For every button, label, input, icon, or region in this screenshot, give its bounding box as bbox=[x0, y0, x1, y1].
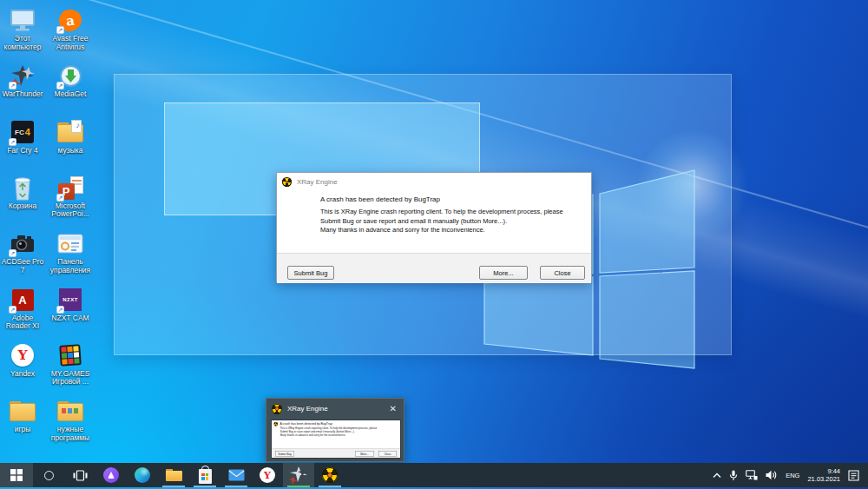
taskbar-edge-button[interactable] bbox=[127, 463, 158, 487]
farcry4-icon: FC4↗ bbox=[9, 119, 36, 146]
more-button[interactable]: More... bbox=[479, 266, 528, 280]
shortcut-arrow-icon: ↗ bbox=[9, 306, 16, 314]
desktop-icon-label: MY.GAMES Игровой ... bbox=[48, 370, 93, 387]
thumbnail-title: XRay Engine bbox=[287, 405, 388, 413]
running-indicator bbox=[194, 486, 216, 488]
warthunder-icon: ↗ bbox=[9, 63, 36, 89]
desktop-icon-programs-folder[interactable]: нужные программы bbox=[48, 398, 93, 442]
desktop-icon-mygames[interactable]: MY.GAMES Игровой ... bbox=[48, 342, 93, 387]
thumbnail-close-button[interactable]: ✕ bbox=[388, 404, 398, 413]
start-button[interactable] bbox=[0, 463, 33, 487]
desktop[interactable]: Этот компьютерa↗Avast Free Antivirus↗War… bbox=[0, 0, 868, 489]
crash-dialog-titlebar[interactable]: XRay Engine bbox=[277, 173, 591, 191]
alice-icon bbox=[103, 467, 119, 483]
crash-body-line: Submit Bug or save report and email it m… bbox=[320, 217, 586, 227]
mini-close-button: Close bbox=[378, 451, 397, 457]
desktop-icon-label: NZXT CAM bbox=[51, 314, 89, 323]
crash-dialog-body: A crash has been detected by BugTrap Thi… bbox=[277, 191, 591, 253]
thumbnail-dialog-miniature: A crash has been detected by BugTrap Thi… bbox=[272, 420, 401, 459]
games-folder-icon bbox=[9, 398, 36, 425]
recycle-bin-icon bbox=[9, 175, 36, 202]
action-center-icon[interactable] bbox=[848, 470, 859, 481]
desktop-icon-label: MediaGet bbox=[55, 90, 87, 99]
running-indicator bbox=[162, 486, 185, 488]
desktop-icon-label: Панель управления bbox=[48, 258, 93, 274]
desktop-icon-label: нужные программы bbox=[48, 426, 93, 442]
crash-body-line: Many thanks in advance and sorry for the… bbox=[320, 226, 586, 235]
shortcut-arrow-icon: ↗ bbox=[56, 26, 64, 34]
desktop-icon-warthunder[interactable]: ↗WarThunder bbox=[0, 63, 45, 99]
radioactive-icon bbox=[322, 467, 338, 483]
desktop-icon-label: Корзина bbox=[9, 202, 36, 211]
microphone-icon[interactable] bbox=[729, 470, 738, 481]
crash-body-line: This is XRay Engine crash reporting clie… bbox=[320, 208, 586, 217]
warthunder-icon bbox=[289, 466, 308, 485]
taskbar-alice-button[interactable] bbox=[95, 463, 127, 487]
thumbnail-image[interactable]: A crash has been detected by BugTrap Thi… bbox=[271, 420, 401, 459]
desktop-icon-nzxt-cam[interactable]: NZXT↗NZXT CAM bbox=[48, 287, 93, 323]
desktop-icon-yandex[interactable]: YYandex bbox=[0, 342, 45, 379]
desktop-icon-label: Avast Free Antivirus bbox=[48, 35, 93, 51]
tray-chevron-icon[interactable] bbox=[713, 472, 721, 479]
close-button[interactable]: Close bbox=[540, 266, 585, 280]
desktop-icon-recycle-bin[interactable]: Корзина bbox=[0, 175, 45, 211]
desktop-icon-label: Microsoft PowerPoi... bbox=[48, 202, 93, 219]
clock[interactable]: 9:44 21.03.2021 bbox=[807, 467, 840, 483]
control-panel-icon bbox=[56, 230, 84, 257]
desktop-icon-control-panel[interactable]: Панель управления bbox=[48, 230, 93, 274]
desktop-icon-adobe-reader[interactable]: A↗Adobe Reader XI bbox=[0, 287, 45, 331]
desktop-icon-this-pc[interactable]: Этот компьютер bbox=[0, 7, 45, 51]
desktop-icon-label: Этот компьютер bbox=[0, 35, 45, 51]
desktop-icon-mediaget[interactable]: ↗MediaGet bbox=[48, 63, 93, 99]
radioactive-icon bbox=[272, 404, 282, 414]
mini-more-button: More... bbox=[355, 451, 374, 457]
file-explorer-icon bbox=[166, 469, 182, 481]
submit-bug-button[interactable]: Submit Bug bbox=[287, 266, 334, 280]
edge-icon bbox=[135, 467, 150, 483]
clock-date: 21.03.2021 bbox=[807, 475, 840, 483]
shortcut-arrow-icon: ↗ bbox=[9, 249, 16, 257]
language-indicator[interactable]: ENG bbox=[786, 472, 799, 479]
taskbar-warthunder-button[interactable] bbox=[283, 463, 314, 487]
system-tray: ENG 9:44 21.03.2021 bbox=[713, 463, 868, 487]
volume-icon[interactable] bbox=[766, 470, 778, 480]
taskbar-mail-button[interactable] bbox=[220, 463, 252, 487]
network-icon[interactable] bbox=[746, 470, 758, 480]
desktop-icon-label: Far Cry 4 bbox=[7, 147, 37, 155]
taskbar-search-button[interactable] bbox=[33, 463, 64, 487]
taskbar-thumbnail-preview[interactable]: XRay Engine ✕ A crash has been detected … bbox=[266, 398, 404, 462]
avast-icon: a↗ bbox=[56, 7, 84, 34]
mini-submit-button: Submit Bug bbox=[275, 451, 294, 457]
thumbnail-titlebar: XRay Engine ✕ bbox=[266, 399, 404, 419]
shortcut-arrow-icon: ↗ bbox=[56, 194, 64, 202]
start-icon bbox=[10, 469, 23, 481]
mail-icon bbox=[228, 469, 245, 481]
taskbar-task-view-button[interactable] bbox=[64, 463, 95, 487]
adobe-reader-icon: A↗ bbox=[9, 287, 36, 314]
nzxt-cam-icon: NZXT↗ bbox=[56, 287, 84, 314]
mini-line: Many thanks in advance and sorry for the… bbox=[280, 433, 378, 437]
taskbar-xray-engine-button[interactable] bbox=[314, 463, 345, 487]
this-pc-icon bbox=[9, 7, 36, 34]
running-indicator bbox=[225, 486, 247, 488]
desktop-icon-music-folder[interactable]: ♪музыка bbox=[48, 119, 93, 155]
running-indicator bbox=[319, 486, 341, 488]
taskbar: Y ENG 9:44 21.03.2021 bbox=[0, 463, 868, 489]
programs-folder-icon bbox=[56, 398, 84, 425]
desktop-icon-label: игры bbox=[15, 426, 31, 434]
desktop-icon-label: ACDSee Pro 7 bbox=[0, 258, 45, 274]
taskbar-store-button[interactable] bbox=[189, 463, 220, 487]
desktop-icon-games-folder[interactable]: игры bbox=[0, 398, 45, 434]
taskbar-yandex-browser-button[interactable]: Y bbox=[252, 463, 283, 487]
task-view-icon bbox=[73, 470, 88, 481]
desktop-icon-avast[interactable]: a↗Avast Free Antivirus bbox=[48, 7, 93, 51]
desktop-icon-powerpoint[interactable]: P↗Microsoft PowerPoi... bbox=[48, 175, 93, 219]
store-icon bbox=[199, 466, 212, 484]
desktop-icon-acdsee[interactable]: ↗ACDSee Pro 7 bbox=[0, 230, 45, 274]
search-icon bbox=[44, 471, 54, 480]
clock-time: 9:44 bbox=[807, 467, 840, 475]
desktop-icon-farcry4[interactable]: FC4↗Far Cry 4 bbox=[0, 119, 45, 155]
crash-dialog-footer: Submit Bug More... Close bbox=[277, 253, 591, 283]
taskbar-file-explorer-button[interactable] bbox=[158, 463, 189, 487]
taskbar-pinned-apps: Y bbox=[0, 463, 345, 487]
